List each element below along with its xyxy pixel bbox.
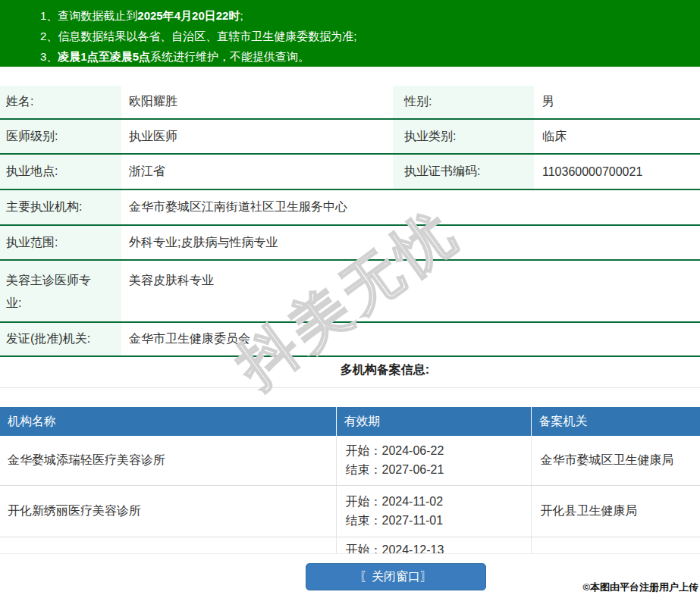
name-label: 姓名:: [0, 86, 121, 119]
notice-number: 3、: [40, 50, 58, 63]
validity-cell: 开始：2024-06-22 结束：2027-06-21: [336, 436, 531, 485]
notice-line-2: 2、信息数据结果以各省、自治区、直辖市卫生健康委数据为准;: [40, 26, 692, 46]
authority-cell: [531, 537, 700, 554]
practice-location-label: 执业地点:: [0, 154, 121, 189]
validity-start: 开始：2024-12-13: [346, 540, 531, 555]
practice-scope-label: 执业范围:: [0, 225, 121, 260]
validity-header: 有效期: [336, 407, 531, 436]
notice-text: 系统进行维护，不能提供查询。: [150, 50, 309, 63]
filing-table: 机构名称 有效期 备案机关 金华婺城添瑞轻医疗美容诊所 开始：2024-06-2…: [0, 407, 700, 554]
table-row: 美容主诊医师专业: 美容皮肤科专业: [0, 260, 700, 322]
end-date: 2027-06-21: [382, 463, 444, 476]
issuing-authority-label: 发证(批准)机关:: [0, 322, 121, 356]
filing-row-clipped: 开始：2024-12-13: [0, 537, 700, 554]
validity-cell: 开始：2024-12-13: [336, 537, 531, 554]
table-row: 发证(批准)机关: 金华市卫生健康委员会: [0, 322, 700, 356]
validity-cell: 开始：2024-11-02 结束：2027-11-01: [336, 485, 531, 537]
doctor-level-value: 执业医师: [121, 119, 393, 154]
end-label: 结束：: [346, 463, 382, 476]
filing-row: 金华婺城添瑞轻医疗美容诊所 开始：2024-06-22 结束：2027-06-2…: [0, 436, 700, 485]
name-value: 欧阳耀胜: [121, 86, 393, 119]
practice-scope-value: 外科专业;皮肤病与性病专业: [121, 225, 700, 260]
authority-header: 备案机关: [531, 407, 700, 436]
table-row: 主要执业机构: 金华市婺城区江南街道社区卫生服务中心: [0, 189, 700, 225]
validity-end: 结束：2027-11-01: [346, 511, 531, 530]
authority-cell: 开化县卫生健康局: [531, 485, 700, 537]
doctor-info-table: 姓名: 欧阳耀胜 性别: 男 医师级别: 执业医师 执业类别: 临床 执业地点:…: [0, 86, 700, 357]
org-name-cell: 开化新绣丽医疗美容诊所: [0, 485, 336, 537]
notice-text: ;: [240, 9, 243, 22]
filing-row: 开化新绣丽医疗美容诊所 开始：2024-11-02 结束：2027-11-01 …: [0, 485, 700, 537]
practice-location-value: 浙江省: [121, 154, 393, 189]
main-institution-label: 主要执业机构:: [0, 189, 121, 225]
org-name-header: 机构名称: [0, 407, 336, 436]
notice-text: 查询数据截止到: [58, 9, 137, 22]
org-name-cell: 金华婺城添瑞轻医疗美容诊所: [0, 436, 336, 485]
issuing-authority-value: 金华市卫生健康委员会: [121, 322, 700, 356]
start-date: 2024-06-22: [382, 444, 444, 457]
notice-text: 信息数据结果以各省、自治区、直辖市卫生健康委数据为准;: [58, 30, 356, 42]
org-name-cell: [0, 537, 336, 554]
practice-type-label: 执业类别:: [393, 119, 534, 154]
table-row: 姓名: 欧阳耀胜 性别: 男: [0, 86, 700, 119]
practice-type-value: 临床: [534, 119, 700, 154]
section-divider: [0, 387, 700, 388]
notice-banner: 1、查询数据截止到2025年4月20日22时; 2、信息数据结果以各省、自治区、…: [0, 0, 700, 67]
notice-number: 1、: [40, 9, 58, 22]
start-date: 2024-12-13: [382, 543, 444, 555]
filing-header-row: 机构名称 有效期 备案机关: [0, 407, 700, 436]
end-date: 2027-11-01: [382, 514, 444, 527]
gender-label: 性别:: [393, 86, 534, 119]
close-window-button[interactable]: 〖关闭窗口〗: [306, 563, 486, 590]
authority-cell: 金华市婺城区卫生健康局: [531, 436, 700, 485]
validity-end: 结束：2027-06-21: [346, 460, 531, 479]
multi-institution-filing-title: 多机构备案信息:: [35, 362, 700, 378]
main-institution-value: 金华市婺城区江南街道社区卫生服务中心: [121, 189, 700, 225]
certificate-number-value: 110360000700021: [534, 154, 700, 189]
start-label: 开始：: [346, 543, 382, 555]
notice-bold-text: 2025年4月20日22时: [137, 9, 240, 22]
gender-value: 男: [534, 86, 700, 119]
table-row: 执业范围: 外科专业;皮肤病与性病专业: [0, 225, 700, 260]
end-label: 结束：: [346, 514, 382, 527]
validity-start: 开始：2024-11-02: [346, 492, 531, 511]
table-row: 执业地点: 浙江省 执业证书编码: 110360000700021: [0, 154, 700, 189]
cosmetic-specialty-value: 美容皮肤科专业: [121, 260, 700, 322]
start-date: 2024-11-02: [382, 495, 444, 508]
certificate-number-label: 执业证书编码:: [393, 154, 534, 189]
platform-credit-watermark: ©本图由平台注册用户上传: [582, 581, 698, 594]
start-label: 开始：: [346, 444, 382, 457]
table-row: 医师级别: 执业医师 执业类别: 临床: [0, 119, 700, 154]
notice-bold-text: 凌晨1点至凌晨5点: [58, 50, 150, 63]
cosmetic-specialty-label: 美容主诊医师专业:: [0, 260, 121, 322]
filing-table-viewport: 机构名称 有效期 备案机关 金华婺城添瑞轻医疗美容诊所 开始：2024-06-2…: [0, 407, 700, 554]
validity-start: 开始：2024-06-22: [346, 441, 531, 460]
notice-number: 2、: [40, 30, 58, 42]
notice-line-3: 3、凌晨1点至凌晨5点系统进行维护，不能提供查询。: [40, 46, 692, 67]
notice-line-1: 1、查询数据截止到2025年4月20日22时;: [40, 5, 692, 26]
start-label: 开始：: [346, 495, 382, 508]
practitioner-query-result-page: 1、查询数据截止到2025年4月20日22时; 2、信息数据结果以各省、自治区、…: [0, 0, 700, 595]
doctor-level-label: 医师级别:: [0, 119, 121, 154]
